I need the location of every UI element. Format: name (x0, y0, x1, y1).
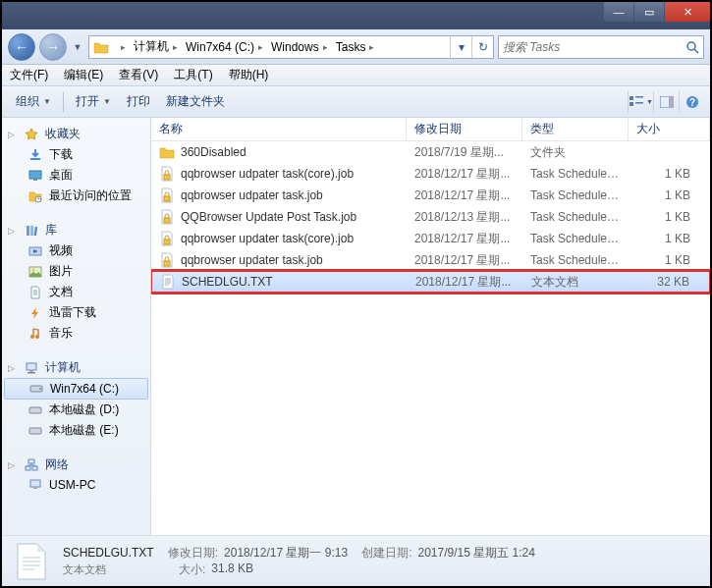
disk-icon (27, 423, 43, 439)
column-type[interactable]: 类型 (522, 118, 629, 140)
libraries-header[interactable]: ▷ 库 (2, 220, 150, 241)
sidebar-item-usm-pc[interactable]: USM-PC (2, 475, 150, 495)
menu-file[interactable]: 文件(F) (2, 67, 56, 83)
file-row[interactable]: qqbrowser udpater task.job2018/12/17 星期.… (151, 185, 710, 206)
menu-bar: 文件(F) 编辑(E) 查看(V) 工具(T) 帮助(H) (2, 65, 710, 86)
file-list[interactable]: 360Disabled2018/7/19 星期...文件夹qqbrowser u… (151, 141, 710, 535)
search-icon[interactable] (682, 40, 703, 54)
sidebar-item-music[interactable]: 音乐 (2, 323, 150, 344)
svg-point-21 (35, 335, 39, 339)
file-row[interactable]: QQBrowser Update Post Task.job2018/12/13… (151, 206, 710, 228)
sidebar-item-documents[interactable]: 文档 (2, 282, 150, 302)
column-size[interactable]: 大小 (629, 118, 710, 140)
picture-icon (27, 264, 43, 280)
sidebar-item-recent[interactable]: 最近访问的位置 (2, 186, 150, 206)
svg-rect-12 (33, 179, 37, 181)
folder-icon (159, 144, 175, 160)
body: ▷ 收藏夹 下载 桌面 最近访问的位置 ▷ 库 视频 图片 文档 (2, 118, 710, 535)
breadcrumb-sep-root[interactable]: ▸ (113, 36, 130, 58)
computer-header[interactable]: ▷ 计算机 (2, 357, 150, 378)
details-filetype: 文本文档 (63, 562, 106, 577)
menu-view[interactable]: 查看(V) (111, 67, 166, 83)
sidebar-item-videos[interactable]: 视频 (2, 241, 150, 261)
navigation-pane[interactable]: ▷ 收藏夹 下载 桌面 最近访问的位置 ▷ 库 视频 图片 文档 (2, 118, 151, 535)
column-date[interactable]: 修改日期 (407, 118, 522, 140)
nav-history-dropdown[interactable]: ▼ (71, 37, 84, 57)
forward-button[interactable]: → (39, 33, 67, 61)
svg-rect-11 (29, 171, 41, 179)
organize-button[interactable]: 组织▼ (8, 90, 59, 113)
sidebar-item-downloads[interactable]: 下载 (2, 144, 150, 165)
svg-rect-35 (164, 196, 170, 201)
svg-rect-37 (164, 240, 170, 244)
menu-edit[interactable]: 编辑(E) (56, 67, 111, 83)
svg-rect-10 (30, 158, 40, 160)
file-row[interactable]: qqbrowser udpater task(core).job2018/12/… (151, 163, 710, 185)
file-size: 32 KB (630, 275, 709, 289)
breadcrumb-windows[interactable]: Windows▸ (267, 36, 332, 58)
preview-pane-button[interactable] (653, 91, 679, 113)
back-button[interactable]: ← (8, 33, 35, 61)
view-mode-button[interactable]: ▼ (628, 91, 653, 113)
help-button[interactable]: ? (679, 91, 704, 113)
refresh-button[interactable]: ↻ (471, 36, 493, 58)
file-name: 360Disabled (181, 145, 246, 159)
sidebar-item-drive-c[interactable]: Win7x64 (C:) (4, 378, 148, 400)
expand-icon: ▷ (8, 130, 18, 139)
breadcrumb-tasks[interactable]: Tasks▸ (332, 36, 379, 58)
sidebar-item-drive-e[interactable]: 本地磁盘 (E:) (2, 420, 150, 441)
svg-rect-22 (27, 363, 36, 370)
favorites-header[interactable]: ▷ 收藏夹 (2, 124, 150, 144)
svg-line-1 (694, 49, 698, 53)
job-lock-icon (159, 231, 175, 246)
close-button[interactable]: ✕ (665, 2, 710, 22)
minimize-button[interactable]: — (604, 2, 633, 22)
new-folder-button[interactable]: 新建文件夹 (158, 90, 233, 113)
svg-rect-15 (30, 226, 33, 236)
column-name[interactable]: 名称 (151, 118, 407, 140)
menu-tools[interactable]: 工具(T) (166, 67, 220, 83)
svg-rect-34 (164, 175, 170, 180)
details-pane: SCHEDLGU.TXT 修改日期: 2018/12/17 星期一 9:13 创… (2, 535, 710, 586)
address-bar[interactable]: ▸ 计算机▸ Win7x64 (C:)▸ Windows▸ Tasks▸ ▾ ↻ (88, 35, 494, 59)
svg-rect-7 (669, 96, 674, 108)
sidebar-item-pictures[interactable]: 图片 (2, 261, 150, 282)
computer-icon (24, 360, 39, 376)
file-row[interactable]: qqbrowser updater task(core).job2018/12/… (151, 228, 710, 249)
search-input[interactable] (499, 40, 682, 54)
job-lock-icon (159, 187, 175, 203)
svg-point-19 (32, 268, 35, 271)
address-dropdown-icon[interactable]: ▾ (450, 36, 471, 58)
toolbar-separator (63, 92, 64, 112)
explorer-window: — ▭ ✕ ← → ▼ ▸ 计算机▸ Win7x64 (C:)▸ Windows… (0, 0, 712, 588)
file-row[interactable]: 360Disabled2018/7/19 星期...文件夹 (151, 141, 710, 163)
sidebar-item-drive-d[interactable]: 本地磁盘 (D:) (2, 400, 150, 420)
svg-rect-14 (27, 226, 29, 236)
svg-rect-30 (26, 466, 30, 470)
svg-rect-2 (630, 96, 633, 100)
libraries-icon (24, 223, 39, 239)
music-icon (27, 326, 43, 342)
maximize-button[interactable]: ▭ (634, 2, 664, 22)
column-headers: 名称 修改日期 类型 大小 (151, 118, 710, 141)
open-button[interactable]: 打开▼ (68, 90, 119, 113)
breadcrumb-drive[interactable]: Win7x64 (C:)▸ (182, 36, 267, 58)
file-row[interactable]: SCHEDLGU.TXT2018/12/17 星期...文本文档32 KB (151, 271, 710, 293)
expand-icon: ▷ (8, 363, 18, 373)
search-box[interactable] (498, 35, 704, 59)
menu-help[interactable]: 帮助(H) (221, 67, 277, 83)
recent-icon (27, 188, 43, 204)
print-button[interactable]: 打印 (119, 90, 158, 113)
star-icon (24, 127, 39, 142)
desktop-icon (27, 168, 43, 184)
file-name: SCHEDLGU.TXT (182, 275, 273, 289)
file-row[interactable]: qqbrowser updater task.job2018/12/17 星期.… (151, 249, 710, 271)
file-date: 2018/12/17 星期... (408, 274, 523, 291)
file-name: qqbrowser udpater task(core).job (181, 167, 354, 181)
sidebar-item-thunder[interactable]: 迅雷下载 (2, 302, 150, 323)
breadcrumb-computer[interactable]: 计算机▸ (130, 36, 182, 58)
file-list-pane: 名称 修改日期 类型 大小 360Disabled2018/7/19 星期...… (151, 118, 710, 535)
sidebar-item-desktop[interactable]: 桌面 (2, 165, 150, 186)
svg-rect-23 (29, 370, 33, 372)
network-header[interactable]: ▷ 网络 (2, 454, 150, 475)
